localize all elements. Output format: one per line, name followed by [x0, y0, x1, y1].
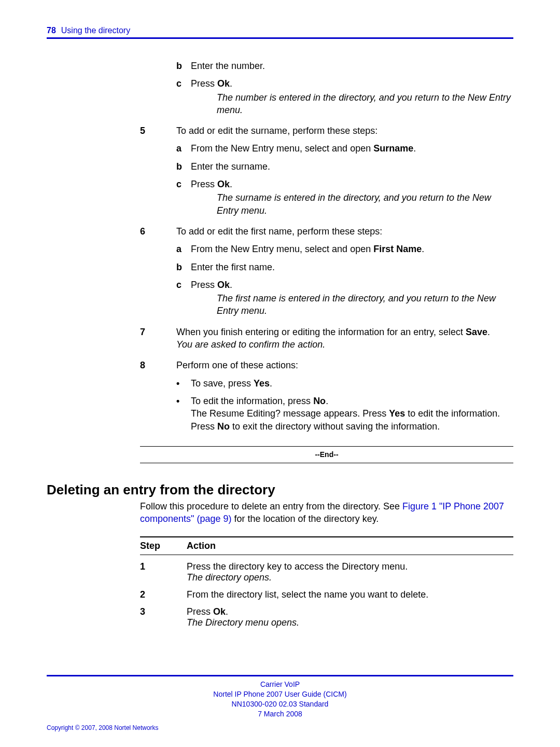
row3-bold: Ok	[213, 606, 226, 617]
step8-b2-post: .	[326, 396, 328, 406]
step-6: 6 To add or edit the first name, perform…	[140, 225, 513, 317]
end-block: --End--	[140, 446, 513, 463]
table-row-3: 3 Press Ok. The Directory menu opens.	[140, 600, 513, 628]
row1-text: Press the directory key to access the Di…	[187, 561, 408, 572]
step4-sub-b: b Enter the number.	[176, 60, 513, 72]
step7-pre: When you finish entering or editing the …	[176, 327, 466, 337]
step6-sub-c: c Press Ok. The first name is entered in…	[176, 279, 513, 317]
section-title-deleting: Deleting an entry from the directory	[47, 482, 513, 498]
step5-c-bold: Ok	[217, 179, 230, 189]
end-rule-bottom	[140, 463, 513, 463]
row3-num: 3	[140, 606, 187, 628]
step8-b1-bold: Yes	[254, 378, 270, 389]
step5-b-text: Enter the surname.	[191, 160, 513, 173]
step8-text: Perform one of these actions:	[176, 359, 513, 371]
step6-c-note: The first name is entered in the directo…	[217, 292, 513, 317]
header-rule	[47, 37, 513, 39]
step8-b1-post: .	[270, 378, 272, 389]
step8-b2-bold: No	[313, 396, 326, 406]
step4-sub-c: c Press Ok. The number is entered in the…	[176, 77, 513, 116]
footer-line4: 7 March 2008	[47, 709, 513, 719]
step6-a-bold: First Name	[373, 244, 422, 254]
row2-text: From the directory list, select the name…	[187, 589, 513, 600]
step5-a-bold: Surname	[373, 143, 413, 154]
table-head-action: Action	[187, 541, 513, 551]
row3-pre: Press	[187, 606, 213, 617]
step6-a-pre: From the New Entry menu, select and open	[191, 244, 373, 254]
step5-sub-a: a From the New Entry menu, select and op…	[176, 142, 513, 155]
step-7: 7 When you finish entering or editing th…	[140, 326, 513, 351]
main-content: b Enter the number. c Press Ok. The numb…	[140, 54, 513, 463]
step6-a-post: .	[422, 244, 424, 254]
step4-c-note: The number is entered in the directory, …	[217, 91, 513, 117]
step5-a-post: .	[413, 143, 416, 154]
step5-number: 5	[140, 125, 176, 217]
step7-note: You are asked to confirm the action.	[176, 338, 513, 351]
step8-b2-l2d: No	[217, 421, 230, 432]
step6-c-post: .	[230, 280, 232, 290]
row3-note: The Directory menu opens.	[187, 617, 513, 628]
step5-text: To add or edit the surname, perform thes…	[176, 125, 513, 137]
step8-number: 8	[140, 359, 176, 432]
footer-line1: Carrier VoIP	[47, 680, 513, 689]
step7-post: .	[487, 327, 490, 337]
copyright: Copyright © 2007, 2008 Nortel Networks	[47, 724, 513, 731]
table-head-step: Step	[140, 541, 187, 551]
step8-bullet-1: • To save, press Yes.	[176, 377, 513, 390]
step4-c-bold: Ok	[217, 78, 230, 89]
step4-b-text: Enter the number.	[191, 60, 513, 72]
step5-a-pre: From the New Entry menu, select and open	[191, 143, 373, 154]
section2-intro: Follow this procedure to delete an entry…	[140, 500, 513, 525]
step5-sub-b: b Enter the surname.	[176, 160, 513, 173]
footer-line2: Nortel IP Phone 2007 User Guide (CICM)	[47, 689, 513, 699]
step8-b1-pre: To save, press	[191, 378, 254, 389]
step5-sub-c: c Press Ok. The surname is entered in th…	[176, 178, 513, 217]
footer-text: Carrier VoIP Nortel IP Phone 2007 User G…	[47, 680, 513, 719]
row1-note: The directory opens.	[187, 572, 513, 583]
table-header: Step Action	[140, 537, 513, 555]
step6-sub-a: a From the New Entry menu, select and op…	[176, 243, 513, 255]
step6-b-text: Enter the first name.	[191, 261, 513, 273]
step7-number: 7	[140, 326, 176, 351]
step8-b2-pre: To edit the information, press	[191, 396, 313, 406]
page-container: 78 Using the directory b Enter the numbe…	[0, 0, 560, 747]
step7-bold: Save	[466, 327, 487, 337]
step8-b2-l2e: to exit the directory without saving the…	[230, 421, 440, 432]
step-5: 5 To add or edit the surname, perform th…	[140, 125, 513, 217]
step4-c-post: .	[230, 78, 232, 89]
step8-b2-l2b: Yes	[389, 408, 405, 419]
step5-c-note: The surname is entered in the directory,…	[217, 191, 513, 217]
step8-bullet-2: • To edit the information, press No. The…	[176, 395, 513, 433]
page-footer: Carrier VoIP Nortel IP Phone 2007 User G…	[47, 675, 513, 731]
step6-number: 6	[140, 225, 176, 317]
step-4-continued: b Enter the number. c Press Ok. The numb…	[140, 54, 513, 116]
table-row-1: 1 Press the directory key to access the …	[140, 555, 513, 583]
step5-c-pre: Press	[191, 179, 217, 189]
intro-b: for the location of the directory key.	[232, 514, 379, 524]
table-row-2: 2 From the directory list, select the na…	[140, 583, 513, 600]
step-8: 8 Perform one of these actions: • To sav…	[140, 359, 513, 432]
step6-sub-b: b Enter the first name.	[176, 261, 513, 273]
page-number: 78	[47, 26, 56, 35]
step5-c-post: .	[230, 179, 232, 189]
step6-c-bold: Ok	[217, 280, 230, 290]
footer-rule	[47, 675, 513, 676]
end-label: --End--	[140, 447, 513, 463]
page-header: 78 Using the directory	[47, 26, 513, 37]
row1-num: 1	[140, 561, 187, 583]
step6-text: To add or edit the first name, perform t…	[176, 225, 513, 238]
row3-post: .	[226, 606, 228, 617]
intro-a: Follow this procedure to delete an entry…	[140, 501, 402, 511]
header-section-title: Using the directory	[61, 26, 130, 35]
step-action-table: Step Action 1 Press the directory key to…	[140, 536, 513, 628]
footer-line3: NN10300-020 02.03 Standard	[47, 699, 513, 709]
row2-num: 2	[140, 589, 187, 600]
step8-b2-l2a: The Resume Editing? message appears. Pre…	[191, 408, 389, 419]
step4-c-pre: Press	[191, 78, 217, 89]
step6-c-pre: Press	[191, 280, 217, 290]
